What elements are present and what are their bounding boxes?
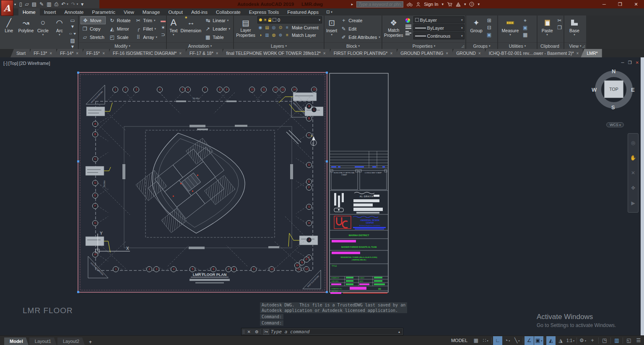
ribbon-tab-manage[interactable]: Manage — [138, 8, 164, 15]
doc-restore-button[interactable]: ❐ — [628, 60, 632, 65]
offset-button[interactable]: ⊃ — [161, 32, 166, 38]
layer-isolate-icon[interactable]: ◉ — [257, 25, 263, 31]
app-store-cart-icon[interactable] — [447, 2, 452, 7]
rotate-button[interactable]: ↻Rotate — [108, 16, 132, 24]
properties-panel-launcher-icon[interactable]: ◿ — [462, 44, 464, 48]
graphics-performance-icon[interactable]: ▥ — [612, 336, 621, 345]
snap-icon-dropdown-icon[interactable]: ▾ — [487, 339, 488, 342]
annotation-scale-dropdown-icon[interactable]: ▾ — [573, 339, 574, 342]
group-button[interactable]: ✦Group — [468, 16, 485, 42]
doc-minimize-button[interactable]: ─ — [621, 60, 624, 65]
qat-menu-icon[interactable]: ▾ — [81, 1, 83, 8]
palette-grip[interactable]: ⣿ — [242, 330, 245, 334]
rectangle-button[interactable]: ▭ ▾ — [69, 18, 76, 29]
ribbon-tab-featured-apps[interactable]: Featured Apps — [283, 8, 323, 15]
plot-icon[interactable]: ▥ — [47, 1, 51, 8]
viewcube-east[interactable]: E — [631, 87, 635, 93]
isodraft-icon[interactable]: ╲▾ — [512, 336, 522, 345]
snap-icon[interactable]: ∷▾ — [481, 336, 490, 345]
orbit-icon[interactable]: ✥ — [631, 185, 635, 191]
object-color-select[interactable]: ByLayer — [413, 16, 465, 23]
application-menu-arrow-icon[interactable]: ▾ — [14, 3, 16, 6]
dimension-button[interactable]: ↔✷Dimension — [181, 16, 202, 42]
undo-dropdown-icon[interactable]: ▾ — [67, 3, 68, 6]
redo-dropdown-icon[interactable]: ▾ — [77, 3, 78, 6]
base-button[interactable]: Base▾ — [566, 16, 583, 42]
hatch-button[interactable]: ▨ ▾ — [69, 38, 76, 49]
file-tab-close-icon[interactable]: × — [179, 51, 182, 56]
scale-button[interactable]: ◰Scale — [108, 33, 132, 41]
polar-tracking-icon[interactable]: ◔▾ — [503, 336, 512, 345]
layer-select[interactable]: ☀ 0 — [257, 16, 322, 23]
edit-attributes-button[interactable]: ✐Edit Attributes▾ — [339, 33, 381, 41]
minimize-button[interactable]: ─ — [596, 0, 612, 8]
sign-in-arrow-icon[interactable]: ▾ — [441, 2, 444, 6]
file-tab-close-icon[interactable]: × — [576, 51, 579, 56]
ribbon-tab-annotate[interactable]: Annotate — [60, 8, 88, 15]
annotation-monitor-icon[interactable]: + — [588, 336, 597, 345]
trim-button[interactable]: ✂Trim▾ — [134, 16, 158, 24]
annotation-autoscale-icon[interactable]: ◮ — [556, 336, 565, 345]
insert-button[interactable]: ⊡Insert▾ — [326, 16, 337, 42]
new-icon[interactable]: ▯ — [19, 1, 22, 8]
mirror-button[interactable]: ◭Mirror — [108, 25, 132, 33]
a360-arrow-icon[interactable]: ▾ — [464, 2, 466, 6]
ortho-icon[interactable]: ∟ — [493, 336, 502, 345]
save-icon[interactable]: ▤ — [32, 1, 36, 8]
doc-close-button[interactable]: ✕ — [636, 60, 639, 65]
ribbon-tab-insert[interactable]: Insert — [40, 8, 60, 15]
panel-label-block[interactable]: Block — [325, 42, 382, 49]
file-tab-close-icon[interactable]: × — [446, 51, 448, 56]
command-input[interactable]: >▾ Type a command ▴ — [261, 328, 403, 335]
panel-label-annotation[interactable]: Annotation — [167, 42, 233, 49]
panel-label-modify[interactable]: Modify — [79, 42, 166, 49]
customize-wrench-icon[interactable]: ⚙ — [253, 330, 261, 334]
save-as-icon[interactable]: ✎ — [39, 1, 44, 8]
isodraft-icon-dropdown-icon[interactable]: ▾ — [518, 339, 519, 342]
model-space-button[interactable]: MODEL — [448, 338, 471, 343]
ribbon-tab-parametric[interactable]: Parametric — [88, 8, 120, 15]
print-icon[interactable]: ⎙ — [55, 1, 59, 8]
layer-on-all-icon[interactable]: ◍ — [271, 32, 277, 38]
layer-unisolate-icon[interactable]: ◑ — [257, 32, 263, 38]
layer-thaw-all-icon[interactable]: ▥ — [264, 32, 270, 38]
search-input[interactable] — [356, 1, 403, 8]
file-tab-ff-16-isosmetric-diagram[interactable]: FF-16 ISOSMETRIC DIAGRAM*× — [107, 49, 186, 57]
linetype-icon[interactable] — [405, 31, 411, 35]
cut-icon[interactable]: ✂ — [557, 18, 562, 23]
file-tab-final-telephone-work-of-tower-28feb12[interactable]: final TELEPHONE WORK OF TOWER 28feb12*× — [221, 49, 330, 57]
command-line-palette[interactable]: ⣿ ✕ ⚙ >▾ Type a command ▴ — [241, 328, 403, 335]
showmotion-icon[interactable]: ▶ — [631, 200, 635, 206]
leader-button[interactable]: ↗Leader▾ — [203, 25, 231, 33]
viewcube-west[interactable]: W — [592, 87, 597, 93]
annotation-scale[interactable]: 1:1▾ — [566, 336, 575, 345]
match-layer-button[interactable]: Match Layer — [291, 32, 317, 39]
ribbon-tab-output[interactable]: Output — [164, 8, 187, 15]
restore-button[interactable]: ❐ — [612, 0, 628, 8]
linetype-select[interactable]: Continuous — [413, 32, 465, 39]
osnap-icon[interactable]: ▣▾ — [534, 336, 543, 345]
viewport-view-button[interactable]: [Top] — [8, 61, 18, 66]
id-point-icon[interactable]: ⌖ — [523, 18, 527, 23]
ellipse-button[interactable]: ○ ▾ — [69, 31, 76, 36]
close-button[interactable]: ✕ — [628, 0, 644, 8]
panel-label-utilities[interactable]: Utilities — [498, 42, 537, 49]
quick-calc-icon[interactable]: ▦ — [523, 32, 527, 38]
array-button[interactable]: ⠿Array▾ — [134, 33, 158, 41]
fillet-button[interactable]: ╭Fillet▾ — [134, 25, 158, 33]
match-properties-button[interactable]: ❖Match Properties — [384, 16, 403, 42]
help-arrow-icon[interactable]: ▾ — [478, 2, 480, 6]
viewcube-north[interactable]: N — [612, 68, 615, 75]
polyline-button[interactable]: ↝Polyline — [18, 16, 34, 49]
panel-label-properties[interactable]: Properties — [382, 42, 465, 49]
polar-tracking-icon-dropdown-icon[interactable]: ▾ — [509, 339, 510, 342]
file-tab-ground[interactable]: GROUND× — [450, 49, 485, 57]
explode-button[interactable]: ✶ — [161, 25, 166, 31]
palette-close-icon[interactable]: ✕ — [245, 330, 253, 334]
file-tab-ff-17-18[interactable]: FF-17 & 18*× — [184, 49, 222, 57]
linear-button[interactable]: ↹Linear▾ — [203, 16, 231, 24]
group-edit-icon[interactable]: ⊟ — [487, 25, 491, 31]
ribbon-tab-view[interactable]: View — [119, 8, 138, 15]
quick-properties-icon[interactable]: ◳ — [600, 336, 609, 345]
help-icon[interactable]: ? — [469, 2, 474, 7]
